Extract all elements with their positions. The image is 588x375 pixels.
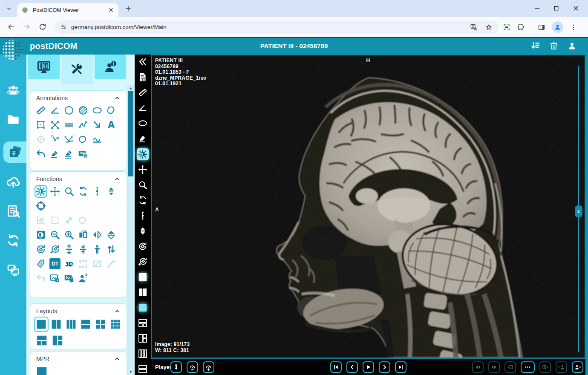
sidebar-item-worklist[interactable] [6, 204, 20, 218]
sidebar-item-upload[interactable] [6, 174, 20, 189]
layout-1-left-2-right[interactable] [51, 334, 64, 347]
tab-patient-info[interactable] [95, 55, 126, 79]
toolbar-auto-adjust-button[interactable] [138, 257, 148, 267]
layout-3x3[interactable] [110, 318, 121, 331]
selection-box-tool[interactable] [78, 258, 89, 269]
sidebar-item-folders[interactable] [6, 112, 20, 127]
play-button[interactable] [363, 361, 374, 373]
layouts-collapse-icon[interactable] [114, 308, 121, 314]
layout-2x2[interactable] [95, 318, 107, 331]
window-level-tool[interactable] [35, 186, 46, 197]
window-close-button[interactable] [572, 5, 579, 12]
open-angle-tool[interactable] [49, 134, 61, 145]
functions-collapse-icon[interactable] [114, 176, 121, 182]
fast-rewind-button[interactable] [472, 361, 484, 373]
tag-button[interactable] [35, 258, 46, 269]
layout-1-top-2-bottom[interactable] [35, 334, 48, 347]
series-list-button[interactable] [521, 361, 535, 373]
3d-button[interactable]: 3D [63, 258, 75, 269]
site-settings-icon[interactable] [61, 24, 67, 30]
recycle-bin-icon[interactable] [549, 41, 559, 51]
cross-measure-tool[interactable] [49, 119, 61, 130]
panel-scrollbar-thumb[interactable] [128, 91, 133, 176]
zoom-out-button[interactable] [49, 229, 61, 240]
fast-forward-button[interactable] [488, 361, 500, 373]
expand-vertical-button[interactable] [63, 244, 75, 255]
toolbar-pan-tool[interactable] [138, 164, 148, 175]
toolbar-eraser-tool[interactable] [138, 133, 148, 144]
angle-tool[interactable] [49, 105, 61, 116]
toolbar-ruler-tool[interactable] [138, 87, 148, 98]
next-patient-button[interactable] [572, 361, 583, 373]
mpr-layout-button[interactable] [35, 366, 48, 375]
url-text[interactable]: germany.postdicom.com/Viewer/Main [71, 24, 470, 30]
mirror-horizontal-button[interactable] [92, 229, 103, 240]
layout-1x3[interactable] [65, 318, 77, 331]
next-image-button[interactable] [379, 361, 390, 373]
toolbar-reset-button[interactable] [138, 241, 148, 251]
zoom-in-button[interactable] [63, 229, 75, 240]
filled-ellipse-tool[interactable] [78, 105, 89, 116]
sidebar-item-sync[interactable] [6, 233, 20, 248]
hanging-protocol-icon[interactable] [530, 41, 540, 51]
sort-order-button[interactable] [106, 244, 117, 255]
next-series-button[interactable] [539, 361, 551, 373]
profile-avatar[interactable] [552, 21, 563, 33]
region-window-tool[interactable] [49, 215, 61, 226]
tab-close-icon[interactable] [108, 7, 114, 13]
previous-image-button[interactable] [346, 361, 358, 373]
sidebar-item-share-screen[interactable] [6, 262, 20, 277]
previous-patient-button[interactable] [556, 361, 567, 373]
image-slider-handle[interactable] [575, 205, 582, 217]
implant-tool[interactable] [106, 258, 117, 269]
cine-download-button[interactable] [170, 361, 182, 373]
ellipse-tool[interactable] [92, 105, 103, 116]
toolbar-series-highlight[interactable] [138, 303, 148, 313]
circle-tool[interactable] [63, 105, 75, 116]
collapse-panel-button[interactable] [138, 57, 148, 67]
freehand-window-tool[interactable] [78, 215, 89, 226]
bone-window-tool[interactable] [63, 215, 75, 226]
postdicom-logo-icon[interactable] [2, 38, 25, 61]
toolbar-layout-single-active[interactable] [138, 272, 148, 282]
toolbar-angle-tool[interactable] [138, 103, 148, 113]
browser-menu-icon[interactable] [570, 23, 577, 31]
speed-up-button[interactable] [203, 361, 214, 373]
center-point-tool[interactable] [35, 134, 46, 145]
first-image-button[interactable] [330, 361, 342, 373]
tab-viewer[interactable] [28, 55, 60, 79]
histogram-window-tool[interactable] [35, 215, 46, 226]
toolbar-stack-scroll-tool[interactable] [138, 226, 148, 236]
flip-horizontal-button[interactable] [78, 229, 89, 240]
screen-capture-icon[interactable] [503, 23, 510, 31]
scroll-up-arrow[interactable] [128, 86, 134, 91]
back-button[interactable] [7, 23, 15, 31]
layout-1x1[interactable] [35, 318, 47, 331]
tab-search-icon[interactable] [5, 5, 13, 12]
last-image-button[interactable] [395, 361, 406, 373]
sidebar-item-patients[interactable] [6, 83, 20, 97]
speed-down-button[interactable] [187, 361, 198, 373]
bookmark-star-icon[interactable] [485, 23, 493, 31]
tab-tools[interactable] [61, 55, 93, 84]
clear-region-tool[interactable] [92, 258, 103, 269]
forward-button[interactable] [23, 23, 31, 31]
patient-orientation-button[interactable] [92, 244, 103, 255]
freehand-tool[interactable] [106, 105, 117, 116]
toolbar-layout-2row[interactable] [138, 364, 148, 374]
save-annotation-button[interactable] [78, 148, 89, 159]
image-viewport[interactable]: PATIENT III 02456789 01.01.1853 - F dzne… [151, 55, 585, 358]
invert-button[interactable] [35, 229, 46, 240]
toolbar-layout-1-2[interactable] [138, 318, 148, 328]
closed-freehand-tool[interactable] [78, 134, 89, 145]
probe-tool[interactable] [35, 200, 46, 211]
previous-series-button[interactable] [504, 361, 516, 373]
account-icon[interactable] [567, 41, 577, 51]
cobb-angle-tool[interactable] [63, 134, 75, 145]
magnify-tool[interactable] [63, 186, 75, 197]
stack-scroll-tool[interactable] [106, 186, 117, 197]
annotations-collapse-icon[interactable] [114, 95, 121, 101]
undo-annotation-button[interactable] [35, 148, 46, 159]
erase-annotation-button[interactable] [49, 148, 61, 159]
arrow-tool[interactable] [92, 119, 103, 130]
